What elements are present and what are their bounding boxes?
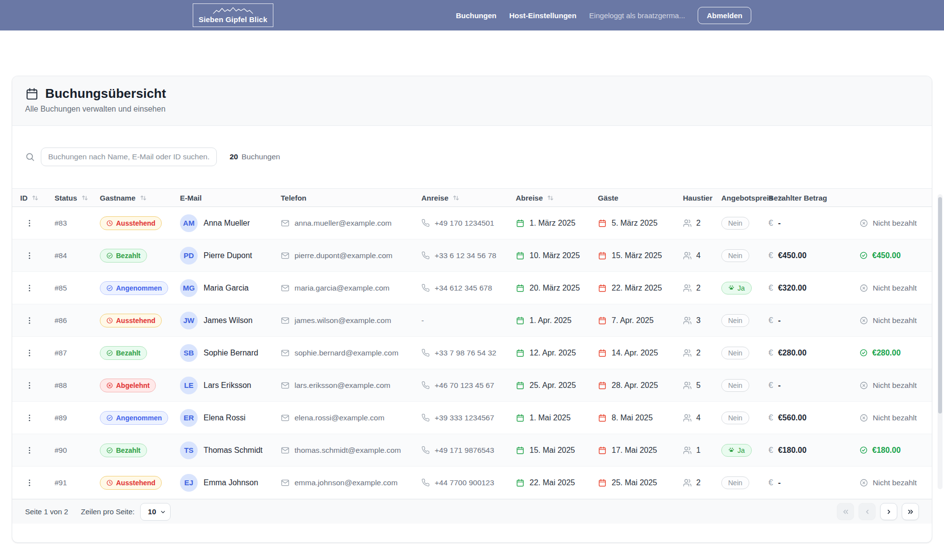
column-header-anreise[interactable]: Anreise [413, 194, 508, 202]
column-header-abreise[interactable]: Abreise [508, 194, 590, 202]
column-header-angebotspreis[interactable]: Angebotspreis [713, 194, 761, 202]
arrival-calendar-icon [516, 381, 525, 390]
arrival-cell: 10. März 2025 [508, 251, 590, 260]
x-circle-icon [859, 316, 868, 325]
chevron-left-icon [863, 508, 871, 516]
envelope-icon [281, 251, 290, 260]
email-cell: james.wilson@example.com [273, 316, 413, 325]
status-badge: Angenommen [100, 281, 168, 295]
scrollbar-thumb[interactable] [938, 197, 942, 413]
clock-icon [106, 317, 113, 324]
kebab-menu-icon [25, 219, 34, 228]
phone-cell: - [413, 316, 508, 325]
guest-name: Maria Garcia [204, 284, 249, 293]
email-cell: lars.eriksson@example.com [273, 381, 413, 390]
users-icon [683, 413, 692, 422]
email-cell: emma.johnson@example.com [273, 478, 413, 487]
column-header-id[interactable]: ID [12, 194, 47, 202]
logout-button[interactable]: Abmelden [698, 7, 751, 24]
departure-calendar-icon [598, 316, 607, 325]
calendar-icon [598, 381, 607, 390]
booking-admin-page: Sieben Gipfel Blick Buchungen Host-Einst… [0, 0, 944, 560]
arrival-calendar-icon [516, 478, 525, 487]
chevrons-right-icon [907, 508, 914, 516]
euro-icon: € [768, 316, 773, 325]
row-menu-button[interactable] [21, 443, 38, 458]
page-title: Buchungsübersicht [45, 86, 166, 101]
row-menu-button[interactable] [21, 248, 38, 263]
avatar: ER [180, 409, 198, 427]
nav-link-buchungen[interactable]: Buchungen [456, 11, 497, 20]
departure-cell: 7. Apr. 2025 [590, 316, 675, 325]
row-menu-button[interactable] [21, 475, 38, 490]
calendar-icon [598, 251, 607, 260]
previous-page-button [858, 503, 876, 520]
calendar-icon [516, 413, 525, 422]
table-row: #84BezahltPDPierre Dupontpierre.dupont@e… [12, 239, 932, 272]
envelope-icon [281, 478, 290, 487]
row-menu-button[interactable] [21, 346, 38, 360]
column-header-status[interactable]: Status [47, 194, 92, 202]
users-icon [683, 251, 692, 260]
nav-link-host-einstellungen[interactable]: Host-Einstellungen [509, 11, 577, 20]
x-circle-icon [859, 381, 868, 390]
departure-calendar-icon [598, 251, 607, 260]
departure-cell: 28. Apr. 2025 [590, 381, 675, 390]
row-menu-button[interactable] [21, 313, 38, 328]
users-icon [683, 316, 692, 325]
status-badge: Bezahlt [100, 346, 147, 360]
guest-name: Elena Rossi [204, 413, 245, 422]
kebab-menu-icon [25, 446, 34, 455]
sort-arrows-icon [140, 194, 147, 202]
calendar-icon [516, 284, 525, 293]
pet-badge: Nein [721, 379, 749, 392]
first-page-button [837, 503, 854, 520]
arrival-cell: 25. Apr. 2025 [508, 381, 590, 390]
email-cell: elena.rossi@example.com [273, 413, 413, 422]
next-page-button[interactable] [880, 503, 897, 520]
guest-name: Emma Johnson [204, 478, 258, 487]
pet-badge: Nein [721, 412, 749, 424]
booking-id: #85 [47, 284, 92, 292]
rows-per-page-select[interactable]: 10 [140, 503, 171, 521]
paid-amount-cell: Nicht bezahlt [852, 413, 932, 422]
column-header-gastname[interactable]: Gastname [92, 194, 172, 202]
guest-name: Anna Mueller [204, 219, 250, 228]
logo[interactable]: Sieben Gipfel Blick [193, 3, 273, 27]
calendar-icon [598, 446, 607, 455]
row-menu-button[interactable] [21, 216, 38, 231]
paid-amount-cell: Nicht bezahlt [852, 284, 932, 293]
guests-cell: 2 [675, 284, 713, 293]
row-menu-button[interactable] [21, 378, 38, 393]
calendar-icon [598, 284, 607, 293]
calendar-icon [516, 219, 525, 228]
envelope-icon [281, 446, 290, 455]
toolbar: 20 Buchungen [12, 126, 932, 188]
table-row: #90BezahltTSThomas Schmidtthomas.schmidt… [12, 434, 932, 467]
calendar-icon [25, 87, 39, 101]
guests-cell: 4 [675, 251, 713, 260]
pet-badge: Nein [721, 217, 749, 230]
last-page-button[interactable] [902, 503, 919, 520]
search-input[interactable] [41, 147, 217, 166]
phone-icon [421, 446, 430, 454]
guest-name: James Wilson [204, 316, 253, 325]
pet-badge: Nein [721, 314, 749, 327]
top-navbar: Sieben Gipfel Blick Buchungen Host-Einst… [0, 0, 944, 30]
guests-cell: 2 [675, 478, 713, 487]
offer-price-cell: €€450.00 [761, 251, 852, 261]
sort-arrows-icon [81, 194, 88, 202]
row-menu-button[interactable] [21, 411, 38, 425]
x-circle-icon [106, 382, 113, 389]
email-cell: pierre.dupont@example.com [273, 251, 413, 260]
column-header-haustier: Haustier [675, 194, 713, 202]
row-menu-button[interactable] [21, 281, 38, 295]
envelope-icon [281, 316, 290, 325]
check-circle-icon [106, 252, 113, 259]
departure-cell: 25. Mai 2025 [590, 478, 675, 487]
departure-calendar-icon [598, 478, 607, 487]
departure-cell: 17. Mai 2025 [590, 446, 675, 455]
chevrons-left-icon [842, 508, 850, 516]
envelope-icon [281, 381, 290, 390]
check-circle-icon [859, 446, 868, 454]
